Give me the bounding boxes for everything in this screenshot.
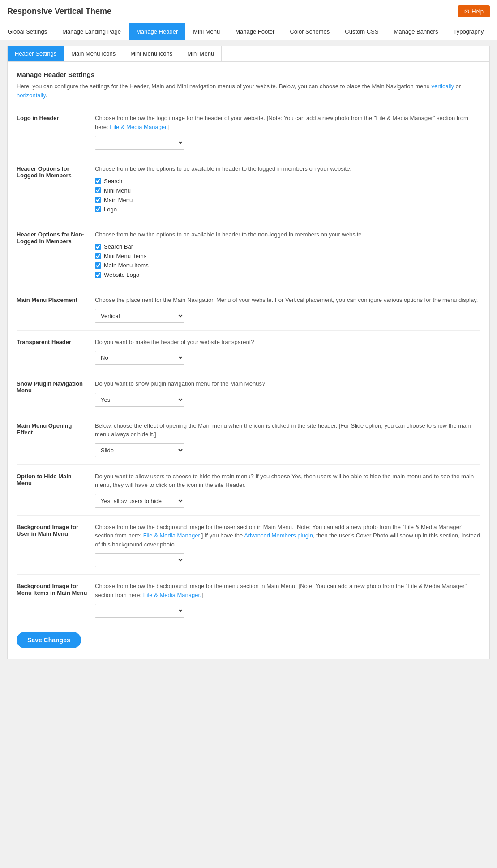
checkbox-main-menu-label: Main Menu	[104, 197, 133, 203]
background-image-menu-items-desc: Choose from below the background image f…	[95, 582, 480, 599]
sub-nav-mini-menu[interactable]: Mini Menu	[180, 46, 222, 61]
nav-item-custom-css[interactable]: Custom CSS	[337, 23, 386, 40]
file-media-manager-link-2[interactable]: File & Media Manager.	[143, 532, 201, 539]
logo-in-header-desc: Choose from below the logo image for the…	[95, 114, 480, 131]
help-icon: ✉	[464, 8, 469, 15]
header-options-logged-in-desc: Choose from below the options to be avai…	[95, 164, 480, 173]
save-changes-button[interactable]: Save Changes	[17, 632, 81, 648]
background-image-menu-items-content: Choose from below the background image f…	[95, 582, 480, 618]
header-options-logged-in-label: Header Options for Logged In Members	[17, 164, 95, 215]
transparent-header-content: Do you want to make the header of your w…	[95, 338, 480, 365]
checkbox-mini-menu-items: Mini Menu Items	[95, 253, 480, 259]
nav-item-manage-banners[interactable]: Manage Banners	[386, 23, 446, 40]
main-menu-opening-effect-label: Main Menu Opening Effect	[17, 421, 95, 457]
nav-item-mini-menu[interactable]: Mini Menu	[185, 23, 227, 40]
transparent-header-desc: Do you want to make the header of your w…	[95, 338, 480, 347]
nav-item-manage-header[interactable]: Manage Header	[129, 23, 185, 40]
panel-title: Manage Header Settings	[17, 71, 480, 78]
nav-item-typography[interactable]: Typography	[446, 23, 491, 40]
background-image-menu-items-row: Background Image for Menu Items in Main …	[17, 574, 480, 625]
checkbox-main-menu-input[interactable]	[95, 197, 101, 203]
header-options-non-logged-in-row: Header Options for Non-Logged In Members…	[17, 223, 480, 288]
show-plugin-nav-menu-content: Do you want to show plugin navigation me…	[95, 379, 480, 407]
logo-in-header-content: Choose from below the logo image for the…	[95, 114, 480, 150]
background-image-user-row: Background Image for User in Main Menu C…	[17, 515, 480, 575]
checkbox-logo-input[interactable]	[95, 206, 101, 212]
checkbox-website-logo-input[interactable]	[95, 272, 101, 278]
checkbox-search-label: Search	[104, 178, 122, 185]
option-to-hide-main-menu-desc: Do you want to allow users to choose to …	[95, 472, 480, 490]
save-section: Save Changes	[17, 625, 480, 650]
logo-select[interactable]	[95, 136, 184, 150]
nav-item-color-schemes[interactable]: Color Schemes	[282, 23, 337, 40]
show-plugin-nav-menu-select[interactable]: Yes No	[95, 393, 184, 407]
checkbox-mini-menu-items-label: Mini Menu Items	[104, 253, 146, 259]
checkbox-main-menu: Main Menu	[95, 197, 480, 203]
app-title: Responsive Vertical Theme	[7, 7, 111, 16]
checkbox-search-bar: Search Bar	[95, 243, 480, 250]
checkbox-mini-menu-input[interactable]	[95, 187, 101, 193]
main-menu-placement-select[interactable]: Vertical Horizontal	[95, 309, 184, 323]
option-to-hide-main-menu-label: Option to Hide Main Menu	[17, 472, 95, 508]
header-options-logged-in-content: Choose from below the options to be avai…	[95, 164, 480, 215]
main-menu-opening-effect-row: Main Menu Opening Effect Below, choose t…	[17, 414, 480, 464]
background-image-menu-items-select[interactable]	[95, 604, 184, 618]
background-image-menu-items-label: Background Image for Menu Items in Main …	[17, 582, 95, 618]
file-media-manager-link-1[interactable]: File & Media Manager.	[110, 124, 168, 130]
main-menu-placement-label: Main Menu Placement	[17, 296, 95, 323]
transparent-header-row: Transparent Header Do you want to make t…	[17, 330, 480, 372]
checkbox-search: Search	[95, 178, 480, 185]
nav-item-manage-footer[interactable]: Manage Footer	[227, 23, 282, 40]
checkbox-search-bar-label: Search Bar	[104, 243, 133, 250]
header-options-non-logged-in-desc: Choose from below the options to be avai…	[95, 230, 480, 239]
main-nav: Global Settings Manage Landing Page Mana…	[0, 23, 497, 40]
sub-nav-main-menu-icons[interactable]: Main Menu Icons	[64, 46, 123, 61]
header-options-non-logged-in-content: Choose from below the options to be avai…	[95, 230, 480, 281]
checkbox-main-menu-items: Main Menu Items	[95, 262, 480, 269]
show-plugin-nav-menu-row: Show Plugin Navigation Menu Do you want …	[17, 372, 480, 414]
main-menu-placement-desc: Choose the placement for the Main Naviga…	[95, 296, 480, 305]
checkbox-logo-label: Logo	[104, 206, 117, 213]
checkbox-mini-menu: Mini Menu	[95, 187, 480, 194]
sub-nav-header-settings[interactable]: Header Settings	[8, 46, 64, 61]
help-label: Help	[471, 8, 484, 15]
transparent-header-select[interactable]: No Yes	[95, 351, 184, 365]
show-plugin-nav-menu-desc: Do you want to show plugin navigation me…	[95, 379, 480, 388]
checkbox-main-menu-items-input[interactable]	[95, 262, 101, 269]
checkbox-main-menu-items-label: Main Menu Items	[104, 262, 149, 269]
main-menu-placement-row: Main Menu Placement Choose the placement…	[17, 288, 480, 330]
settings-table: Logo in Header Choose from below the log…	[17, 107, 480, 625]
sub-nav-mini-menu-icons[interactable]: Mini Menu icons	[123, 46, 180, 61]
background-image-user-select[interactable]	[95, 553, 184, 567]
horizontally-link[interactable]: horizontally	[17, 92, 46, 99]
panel-description: Here, you can configure the settings for…	[17, 82, 480, 99]
checkbox-logo: Logo	[95, 206, 480, 213]
show-plugin-nav-menu-label: Show Plugin Navigation Menu	[17, 379, 95, 407]
nav-item-manage-landing-page[interactable]: Manage Landing Page	[55, 23, 129, 40]
transparent-header-label: Transparent Header	[17, 338, 95, 365]
main-menu-opening-effect-select[interactable]: Slide Fade None	[95, 443, 184, 457]
file-media-manager-link-3[interactable]: File & Media Manager.	[143, 592, 201, 598]
vertically-link[interactable]: vertically	[431, 83, 454, 90]
option-to-hide-main-menu-row: Option to Hide Main Menu Do you want to …	[17, 464, 480, 515]
option-to-hide-main-menu-content: Do you want to allow users to choose to …	[95, 472, 480, 508]
checkbox-mini-menu-label: Mini Menu	[104, 187, 131, 194]
background-image-user-content: Choose from below the background image f…	[95, 523, 480, 567]
header-options-non-logged-in-label: Header Options for Non-Logged In Members	[17, 230, 95, 281]
logo-in-header-label: Logo in Header	[17, 114, 95, 150]
checkbox-mini-menu-items-input[interactable]	[95, 253, 101, 259]
sub-nav: Header Settings Main Menu Icons Mini Men…	[7, 46, 490, 61]
main-menu-opening-effect-content: Below, choose the effect of opening the …	[95, 421, 480, 457]
checkbox-search-bar-input[interactable]	[95, 244, 101, 250]
main-menu-opening-effect-desc: Below, choose the effect of opening the …	[95, 421, 480, 439]
content-panel: Manage Header Settings Here, you can con…	[7, 61, 490, 659]
checkbox-website-logo: Website Logo	[95, 271, 480, 278]
background-image-user-label: Background Image for User in Main Menu	[17, 523, 95, 567]
background-image-user-desc: Choose from below the background image f…	[95, 523, 480, 549]
checkbox-website-logo-label: Website Logo	[104, 271, 139, 278]
option-to-hide-main-menu-select[interactable]: Yes, allow users to hide No	[95, 494, 184, 508]
checkbox-search-input[interactable]	[95, 178, 101, 184]
advanced-members-plugin-link[interactable]: Advanced Members plugin	[244, 532, 313, 539]
help-button[interactable]: ✉ Help	[458, 5, 490, 17]
nav-item-global-settings[interactable]: Global Settings	[0, 23, 55, 40]
